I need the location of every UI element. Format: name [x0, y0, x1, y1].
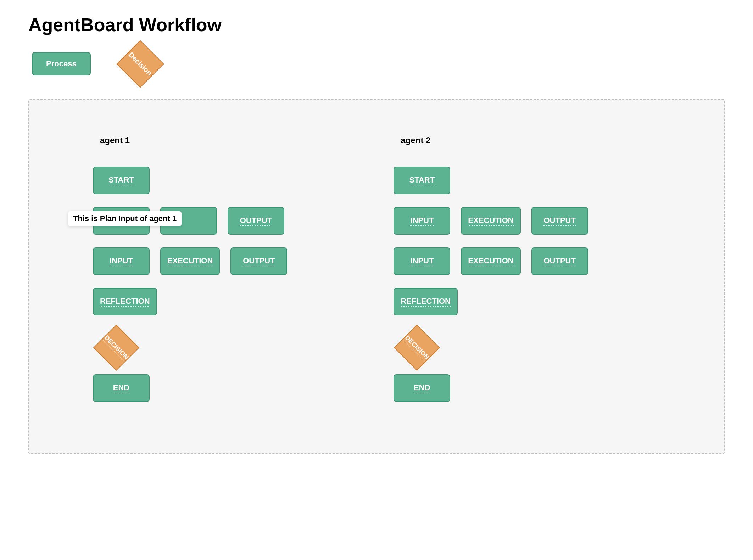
workflow-canvas[interactable]: This is Plan Input of agent 1 agent 1 ST… — [28, 99, 725, 454]
output-node[interactable]: OUTPUT — [531, 207, 588, 235]
execution-node[interactable]: EXECUTION — [461, 247, 520, 275]
node-label: REFLECTION — [100, 297, 150, 307]
output-node[interactable]: OUTPUT — [230, 247, 287, 275]
agent-column-2: agent 2 START INPUT EXECUTION OUTPUT INP… — [358, 121, 588, 439]
node-row: DECISION — [93, 328, 287, 367]
start-node[interactable]: START — [394, 167, 450, 194]
node-label: END — [113, 383, 129, 393]
node-label: REFLECTION — [401, 297, 451, 307]
node-row: DECISION — [394, 328, 588, 367]
node-label: OUTPUT — [543, 216, 575, 226]
node-row: REFLECTION — [394, 288, 588, 315]
tooltip: This is Plan Input of agent 1 — [68, 211, 182, 226]
execution-node[interactable]: EXECUTION — [160, 247, 220, 275]
node-label: EXECUTION — [468, 216, 513, 226]
legend-decision-node[interactable]: Decision — [116, 40, 164, 88]
node-row: REFLECTION — [93, 288, 287, 315]
legend-decision-wrapper: Decision — [119, 43, 162, 85]
node-row: INPUT EXECUTION OUTPUT — [394, 207, 588, 235]
agent-title-2: agent 2 — [401, 135, 588, 145]
node-label: DECISION — [102, 334, 130, 362]
input-node[interactable]: INPUT — [93, 247, 150, 275]
node-row: START — [93, 167, 287, 194]
node-label: INPUT — [410, 256, 434, 266]
node-label: DECISION — [403, 334, 431, 362]
node-label: START — [409, 175, 435, 185]
node-label: INPUT — [410, 216, 434, 226]
decision-node[interactable]: DECISION — [93, 325, 139, 371]
node-label: OUTPUT — [240, 216, 272, 226]
node-row: INPUT EXECUTION OUTPUT — [394, 247, 588, 275]
agent-title-1: agent 1 — [100, 135, 287, 145]
legend-decision-label: Decision — [127, 50, 154, 77]
node-row: START — [394, 167, 588, 194]
node-row: END — [93, 374, 287, 402]
node-label: END — [414, 383, 430, 393]
output-node[interactable]: OUTPUT — [228, 207, 284, 235]
reflection-node[interactable]: REFLECTION — [93, 288, 157, 315]
execution-node[interactable]: EXECUTION — [461, 207, 520, 235]
node-row: END — [394, 374, 588, 402]
node-label: START — [108, 175, 134, 185]
input-node[interactable]: INPUT — [394, 247, 450, 275]
agent-column-1: This is Plan Input of agent 1 agent 1 ST… — [57, 121, 287, 439]
legend: Process Decision — [28, 43, 725, 85]
end-node[interactable]: END — [93, 374, 150, 402]
input-node[interactable]: INPUT — [394, 207, 450, 235]
node-label: INPUT — [110, 256, 133, 266]
legend-process-node[interactable]: Process — [32, 52, 91, 75]
node-label: OUTPUT — [543, 256, 575, 266]
output-node[interactable]: OUTPUT — [531, 247, 588, 275]
node-label: EXECUTION — [468, 256, 513, 266]
page-title: AgentBoard Workflow — [28, 14, 725, 35]
node-row: INPUT EXECUTION OUTPUT — [93, 247, 287, 275]
node-label: OUTPUT — [243, 256, 275, 266]
start-node[interactable]: START — [93, 167, 150, 194]
node-label: EXECUTION — [167, 256, 213, 266]
end-node[interactable]: END — [394, 374, 450, 402]
decision-node[interactable]: DECISION — [394, 325, 440, 371]
reflection-node[interactable]: REFLECTION — [394, 288, 458, 315]
legend-process-label: Process — [46, 59, 77, 68]
